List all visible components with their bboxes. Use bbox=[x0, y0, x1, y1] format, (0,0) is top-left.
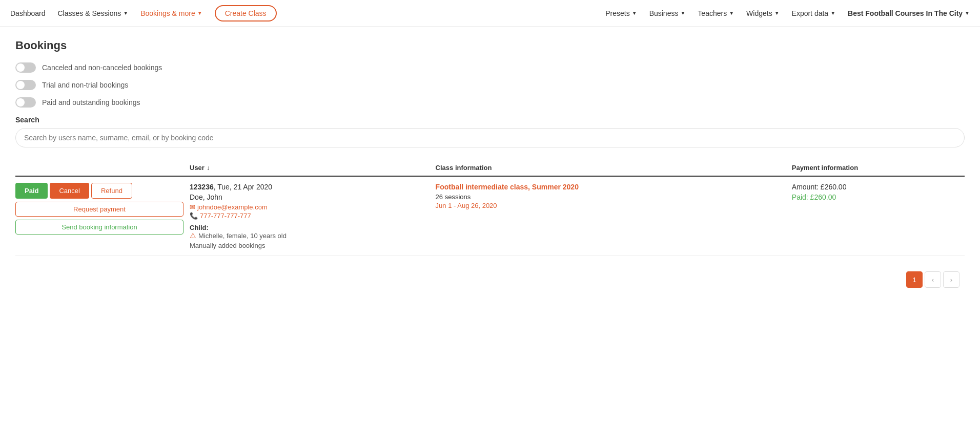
send-booking-info-button[interactable]: Send booking information bbox=[15, 220, 183, 235]
class-dates: Jun 1 - Aug 26, 2020 bbox=[436, 202, 786, 209]
toggle-paid-bookings[interactable] bbox=[15, 97, 36, 108]
teachers-arrow-icon: ▼ bbox=[729, 10, 734, 16]
toggle-trial-label: Trial and non-trial bookings bbox=[42, 81, 128, 89]
search-label: Search bbox=[15, 116, 965, 124]
search-input[interactable] bbox=[15, 128, 965, 147]
class-info-cell: Football intermediate class, Summer 2020… bbox=[436, 176, 792, 256]
payment-amount: Amount: £260.00 bbox=[792, 183, 958, 191]
phone-icon: 📞 bbox=[190, 212, 198, 220]
toggle-row-3: Paid and outstanding bookings bbox=[15, 97, 965, 108]
booking-date: Tue, 21 Apr 2020 bbox=[217, 183, 272, 191]
request-payment-button[interactable]: Request payment bbox=[15, 202, 183, 217]
col-class-info-header: Class information bbox=[436, 160, 792, 176]
nav-presets[interactable]: Presets ▼ bbox=[605, 9, 637, 17]
brand-arrow-icon: ▼ bbox=[965, 10, 970, 16]
class-name[interactable]: Football intermediate class, Summer 2020 bbox=[436, 183, 786, 191]
user-phone-row: 📞 777-777-777-777 bbox=[190, 212, 430, 220]
pagination: 1 ‹ › bbox=[15, 271, 965, 288]
toggle-row-1: Canceled and non-canceled bookings bbox=[15, 62, 965, 73]
col-payment-info-header: Payment information bbox=[792, 160, 965, 176]
prev-page-button[interactable]: ‹ bbox=[925, 271, 941, 288]
toggle-trial-bookings[interactable] bbox=[15, 80, 36, 90]
nav-dashboard[interactable]: Dashboard bbox=[10, 9, 46, 17]
nav-teachers[interactable]: Teachers ▼ bbox=[698, 9, 734, 17]
sort-user-icon: ↓ bbox=[207, 164, 210, 172]
child-info-value: Michelle, female, 10 years old bbox=[198, 232, 287, 240]
nav-business[interactable]: Business ▼ bbox=[649, 9, 686, 17]
widgets-arrow-icon: ▼ bbox=[774, 10, 780, 16]
toggle-paid-label: Paid and outstanding bookings bbox=[42, 98, 140, 106]
payment-paid: Paid: £260.00 bbox=[792, 193, 958, 201]
nav-widgets[interactable]: Widgets ▼ bbox=[746, 9, 779, 17]
table-header-row: User ↓ Class information Payment informa… bbox=[15, 160, 965, 176]
create-class-button[interactable]: Create Class bbox=[215, 5, 277, 22]
cancel-button[interactable]: Cancel bbox=[50, 183, 89, 199]
nav-export-data[interactable]: Export data ▼ bbox=[792, 9, 836, 17]
toggle-canceled-bookings[interactable] bbox=[15, 62, 36, 73]
user-cell: 123236, Tue, 21 Apr 2020 Doe, John ✉ joh… bbox=[190, 176, 436, 256]
col-actions bbox=[15, 160, 190, 176]
warning-icon: ⚠ bbox=[190, 231, 196, 240]
action-buttons-row: Paid Cancel Refund bbox=[15, 183, 183, 199]
refund-button[interactable]: Refund bbox=[91, 183, 132, 199]
nav-right: Presets ▼ Business ▼ Teachers ▼ Widgets … bbox=[605, 9, 970, 17]
navbar: Dashboard Classes & Sessions ▼ Bookings … bbox=[0, 0, 980, 27]
page-title: Bookings bbox=[15, 39, 965, 52]
classes-sessions-arrow-icon: ▼ bbox=[123, 10, 128, 16]
table-row: Paid Cancel Refund Request payment Send … bbox=[15, 176, 965, 256]
email-icon: ✉ bbox=[190, 203, 195, 211]
sessions-count: 26 sessions bbox=[436, 193, 786, 201]
col-user-header[interactable]: User ↓ bbox=[190, 160, 436, 176]
manually-added-label: Manually added bookings bbox=[190, 242, 430, 249]
user-name: Doe, John bbox=[190, 193, 430, 201]
child-label: Child: bbox=[190, 224, 430, 231]
nav-bookings-more[interactable]: Bookings & more ▼ bbox=[140, 9, 202, 17]
bookings-more-arrow-icon: ▼ bbox=[197, 10, 202, 16]
main-content: Bookings Canceled and non-canceled booki… bbox=[0, 27, 980, 300]
action-cell: Paid Cancel Refund Request payment Send … bbox=[15, 176, 190, 256]
user-phone-value: 777-777-777-777 bbox=[200, 212, 251, 220]
business-arrow-icon: ▼ bbox=[680, 10, 685, 16]
user-email-row: ✉ johndoe@example.com bbox=[190, 203, 430, 211]
next-page-button[interactable]: › bbox=[943, 271, 959, 288]
page-1-button[interactable]: 1 bbox=[906, 271, 923, 288]
export-data-arrow-icon: ▼ bbox=[830, 10, 835, 16]
booking-id: 123236 bbox=[190, 183, 214, 191]
paid-button[interactable]: Paid bbox=[15, 183, 48, 199]
payment-info-cell: Amount: £260.00 Paid: £260.00 bbox=[792, 176, 965, 256]
bookings-table: User ↓ Class information Payment informa… bbox=[15, 160, 965, 256]
toggle-row-2: Trial and non-trial bookings bbox=[15, 80, 965, 90]
search-section: Search bbox=[15, 116, 965, 147]
toggle-canceled-label: Canceled and non-canceled bookings bbox=[42, 63, 162, 72]
nav-left: Dashboard Classes & Sessions ▼ Bookings … bbox=[10, 5, 277, 22]
nav-brand[interactable]: Best Football Courses In The City ▼ bbox=[848, 9, 970, 17]
presets-arrow-icon: ▼ bbox=[632, 10, 637, 16]
nav-classes-sessions[interactable]: Classes & Sessions ▼ bbox=[58, 9, 129, 17]
booking-id-date: 123236, Tue, 21 Apr 2020 bbox=[190, 183, 430, 191]
child-info-row: ⚠ Michelle, female, 10 years old bbox=[190, 231, 430, 240]
user-email-value[interactable]: johndoe@example.com bbox=[197, 203, 268, 211]
